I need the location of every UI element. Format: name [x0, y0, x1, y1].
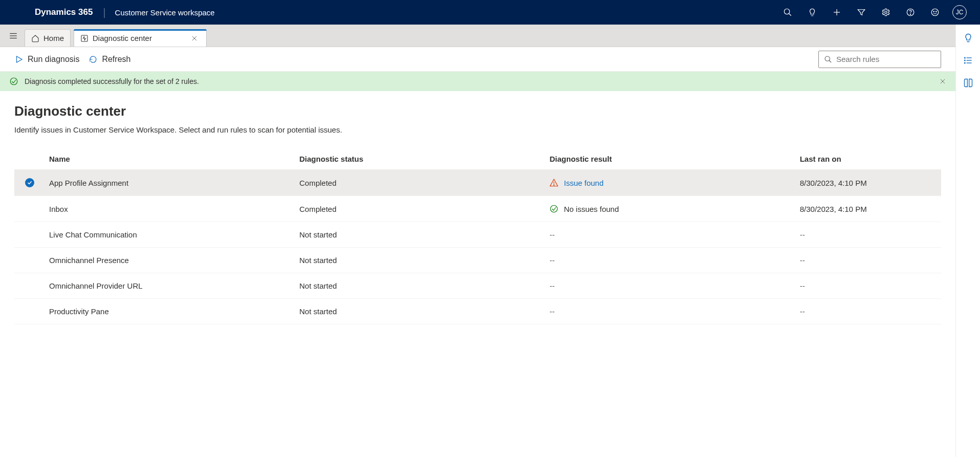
- book-rail-icon[interactable]: [963, 78, 973, 88]
- row-select-cell[interactable]: [14, 170, 45, 196]
- row-select-cell[interactable]: [14, 222, 45, 248]
- row-last-ran: --: [796, 222, 941, 248]
- run-diagnosis-button[interactable]: Run diagnosis: [14, 55, 79, 64]
- svg-point-30: [964, 62, 965, 63]
- add-icon[interactable]: [825, 0, 849, 25]
- result-text: --: [549, 256, 554, 265]
- search-rules-box[interactable]: [818, 51, 941, 68]
- tab-active-label: Diagnostic center: [93, 34, 152, 42]
- svg-point-8: [933, 11, 934, 12]
- row-last-ran: --: [796, 273, 941, 299]
- tab-diagnostic-center[interactable]: Diagnostic center: [74, 29, 207, 47]
- svg-point-4: [885, 11, 887, 14]
- table-row[interactable]: App Profile AssignmentCompletedIssue fou…: [14, 170, 941, 196]
- row-last-ran: --: [796, 299, 941, 324]
- row-name: App Profile Assignment: [45, 170, 295, 196]
- search-icon[interactable]: [775, 0, 800, 25]
- lightbulb-icon[interactable]: [800, 0, 825, 25]
- tab-strip: Home Diagnostic center: [0, 25, 955, 47]
- row-name: Live Chat Communication: [45, 222, 295, 248]
- topbar-actions: JC: [775, 0, 972, 25]
- row-name: Omnichannel Presence: [45, 248, 295, 273]
- row-status: Completed: [295, 196, 545, 222]
- search-input[interactable]: [836, 55, 936, 63]
- row-status: Not started: [295, 248, 545, 273]
- gear-icon[interactable]: [874, 0, 898, 25]
- refresh-button[interactable]: Refresh: [88, 55, 130, 64]
- issue-found-link[interactable]: Issue found: [564, 179, 604, 187]
- row-result: --: [545, 299, 795, 324]
- svg-line-18: [829, 60, 831, 62]
- page-subtitle: Identify issues in Customer Service Work…: [14, 125, 941, 134]
- row-select-cell[interactable]: [14, 273, 45, 299]
- row-result: No issues found: [545, 196, 795, 222]
- command-bar: Run diagnosis Refresh: [0, 47, 955, 72]
- table-row[interactable]: Live Chat CommunicationNot started----: [14, 222, 941, 248]
- page-title: Diagnostic center: [14, 103, 941, 119]
- result-text: --: [549, 307, 554, 316]
- table-row[interactable]: InboxCompletedNo issues found8/30/2023, …: [14, 196, 941, 222]
- notification-bar: Diagnosis completed successfully for the…: [0, 72, 955, 91]
- avatar-initials: JC: [952, 5, 967, 19]
- tab-home[interactable]: Home: [25, 29, 71, 47]
- filter-icon[interactable]: [849, 0, 874, 25]
- notification-text: Diagnosis completed successfully for the…: [25, 77, 199, 85]
- workspace-title: Customer Service workspace: [115, 8, 215, 17]
- list-rail-icon[interactable]: [963, 55, 973, 66]
- col-status[interactable]: Diagnostic status: [295, 148, 545, 170]
- col-select: [14, 148, 45, 170]
- help-icon[interactable]: [898, 0, 923, 25]
- success-icon: [549, 204, 559, 213]
- row-last-ran: --: [796, 248, 941, 273]
- col-last[interactable]: Last ran on: [796, 148, 941, 170]
- row-result: --: [545, 222, 795, 248]
- page-header: Diagnostic center Identify issues in Cus…: [0, 91, 955, 148]
- row-status: Completed: [295, 170, 545, 196]
- rules-grid: Name Diagnostic status Diagnostic result…: [0, 148, 955, 324]
- row-select-cell[interactable]: [14, 196, 45, 222]
- table-row[interactable]: Omnichannel Provider URLNot started----: [14, 273, 941, 299]
- pulse-icon: [80, 34, 88, 42]
- row-select-cell[interactable]: [14, 248, 45, 273]
- success-icon: [9, 77, 18, 86]
- home-icon: [31, 34, 39, 42]
- search-icon-small: [824, 55, 832, 63]
- row-last-ran: 8/30/2023, 4:10 PM: [796, 170, 941, 196]
- result-text: --: [549, 281, 554, 290]
- svg-marker-16: [17, 56, 23, 62]
- result-text: --: [549, 230, 554, 239]
- brand-title: Dynamics 365: [35, 7, 93, 17]
- smile-icon[interactable]: [923, 0, 947, 25]
- col-name[interactable]: Name: [45, 148, 295, 170]
- avatar-button[interactable]: JC: [947, 0, 972, 25]
- play-icon: [14, 55, 24, 64]
- row-result: --: [545, 248, 795, 273]
- svg-line-1: [789, 13, 791, 16]
- lightbulb-rail-icon[interactable]: [963, 33, 973, 43]
- row-status: Not started: [295, 299, 545, 324]
- table-row[interactable]: Productivity PaneNot started----: [14, 299, 941, 324]
- svg-point-6: [910, 14, 910, 14]
- svg-point-29: [964, 60, 965, 61]
- row-status: Not started: [295, 273, 545, 299]
- row-status: Not started: [295, 222, 545, 248]
- svg-point-19: [10, 78, 17, 85]
- svg-point-0: [784, 9, 790, 14]
- svg-point-23: [554, 185, 554, 185]
- close-icon[interactable]: [189, 35, 200, 42]
- refresh-icon: [88, 55, 98, 64]
- row-select-cell[interactable]: [14, 299, 45, 324]
- row-result: --: [545, 273, 795, 299]
- table-row[interactable]: Omnichannel PresenceNot started----: [14, 248, 941, 273]
- tab-home-label: Home: [43, 34, 64, 42]
- notification-close-icon[interactable]: [939, 78, 946, 85]
- hamburger-icon[interactable]: [5, 28, 21, 44]
- row-name: Inbox: [45, 196, 295, 222]
- svg-point-28: [964, 57, 965, 58]
- row-name: Omnichannel Provider URL: [45, 273, 295, 299]
- svg-point-24: [551, 205, 558, 212]
- svg-point-17: [825, 56, 830, 61]
- warning-icon: [549, 178, 559, 187]
- refresh-label: Refresh: [102, 55, 130, 64]
- col-result[interactable]: Diagnostic result: [545, 148, 795, 170]
